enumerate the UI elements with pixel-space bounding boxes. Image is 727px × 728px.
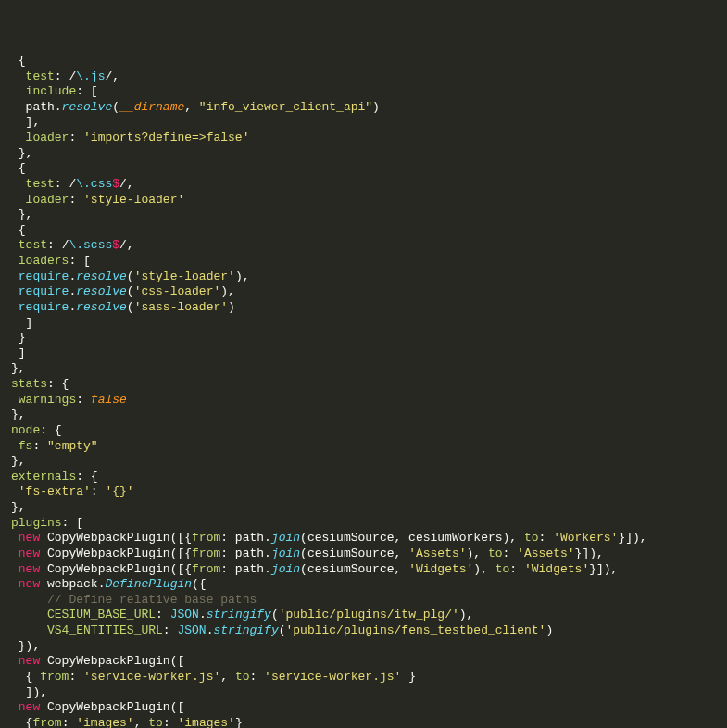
code-token: test: [26, 69, 55, 83]
code-token: 'imports?define=>false': [83, 131, 249, 144]
code-token: : /: [55, 177, 76, 191]
code-token: $: [112, 177, 119, 191]
code-line: },: [11, 500, 716, 516]
code-token: [11, 654, 19, 668]
code-token: :: [156, 608, 170, 621]
code-token: 'public/plugins/fens_testbed_client': [286, 623, 546, 637]
code-token: to: [148, 716, 163, 728]
code-token: [11, 700, 19, 714]
code-token: [11, 546, 19, 560]
code-token: from: [192, 562, 220, 576]
code-token: new: [19, 562, 40, 576]
code-token: [11, 238, 19, 252]
code-line: ]),: [11, 685, 716, 701]
code-token: :: [69, 193, 83, 207]
code-token: }),: [11, 639, 40, 653]
code-token: },: [11, 500, 26, 514]
code-token: ),: [220, 284, 235, 298]
code-line: require.resolve('sass-loader'): [11, 300, 716, 316]
code-line: require.resolve('style-loader'),: [11, 270, 716, 285]
code-token: to: [235, 670, 250, 684]
code-token: ): [228, 300, 235, 314]
code-token: [11, 608, 47, 621]
code-token: :: [503, 546, 518, 560]
code-line: path.resolve(__dirname, "info_viewer_cli…: [11, 100, 716, 116]
code-line: },: [11, 361, 716, 377]
code-token: "info_viewer_client_api": [199, 100, 372, 114]
code-token: .: [199, 608, 207, 621]
code-token: (cesiumSource,: [300, 562, 408, 576]
code-token: test: [19, 238, 47, 252]
code-line: node: {: [11, 423, 716, 439]
code-token: from: [40, 670, 69, 684]
code-line: plugins: [: [11, 516, 716, 532]
code-token: new: [19, 654, 40, 668]
code-token: CopyWebpackPlugin([{: [40, 546, 192, 560]
code-line: CESIUM_BASE_URL: JSON.stringify('public/…: [11, 608, 716, 623]
code-token: from: [192, 531, 220, 545]
code-line: new CopyWebpackPlugin([{from: path.join(…: [11, 531, 716, 546]
code-token: [11, 131, 26, 144]
code-line: warnings: false: [11, 393, 716, 408]
code-token: new: [19, 546, 40, 560]
code-token: :: [509, 562, 524, 576]
code-token: }: [11, 331, 26, 345]
code-token: [11, 284, 19, 298]
code-token: plugins: [11, 516, 62, 530]
code-line: {: [11, 161, 716, 177]
code-token: {: [11, 223, 26, 237]
code-token: [11, 623, 47, 637]
code-token: : [: [69, 254, 90, 268]
code-token: 'images': [177, 716, 234, 728]
code-token: :: [163, 623, 178, 637]
code-line: new CopyWebpackPlugin([{from: path.join(…: [11, 562, 716, 578]
code-token: :: [76, 393, 91, 407]
code-token: ,: [184, 100, 199, 114]
code-line: new CopyWebpackPlugin([: [11, 654, 716, 670]
code-token: new: [19, 531, 40, 545]
code-line: require.resolve('css-loader'),: [11, 284, 716, 300]
code-token: 'fs-extra': [19, 484, 91, 498]
code-token: 'style-loader': [134, 270, 235, 283]
code-token: externals: [11, 470, 76, 483]
code-token: join: [271, 531, 300, 545]
code-token: 'Widgets': [408, 562, 473, 576]
code-token: [11, 84, 26, 98]
code-token: [11, 393, 19, 407]
code-line: test: /\.css$/,: [11, 177, 716, 193]
code-token: 'css-loader': [134, 284, 221, 298]
code-token: to: [524, 531, 539, 545]
code-token: (: [127, 300, 134, 314]
code-token: }]),: [618, 531, 646, 545]
code-token: }: [235, 716, 243, 728]
code-line: { from: 'service-worker.js', to: 'servic…: [11, 670, 716, 685]
code-token: ]),: [11, 685, 47, 699]
code-token: require: [19, 270, 69, 283]
code-token: [11, 193, 26, 207]
code-token: from: [32, 716, 61, 728]
code-token: [11, 254, 19, 268]
code-token: resolve: [76, 300, 127, 314]
code-token: : [: [76, 84, 97, 98]
code-token: loaders: [19, 254, 69, 268]
code-token: JSON: [170, 608, 199, 621]
code-token: stringify: [207, 608, 271, 621]
code-token: ],: [11, 115, 40, 129]
code-token: :: [32, 439, 47, 453]
code-line: // Define relative base paths: [11, 593, 716, 609]
code-token: :: [250, 670, 265, 684]
code-token: (: [112, 100, 119, 114]
code-token: }]),: [589, 562, 618, 576]
code-token: \.scss: [69, 238, 112, 252]
code-token: \.js: [76, 69, 105, 83]
code-line: include: [: [11, 84, 716, 100]
code-token: 'public/plugins/itw_plg/': [279, 608, 459, 621]
code-token: (cesiumSource,: [300, 546, 408, 560]
code-token: (: [127, 270, 134, 283]
code-token: : path.: [220, 546, 271, 560]
code-token: __dirname: [119, 100, 184, 114]
code-token: [11, 577, 19, 591]
code-token: ]: [11, 346, 26, 360]
code-token: :: [69, 670, 83, 684]
code-token: [11, 177, 26, 191]
